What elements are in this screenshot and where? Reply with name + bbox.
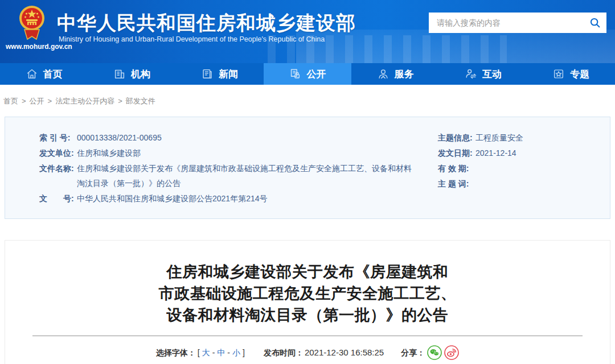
- nav-label: 新闻: [219, 68, 238, 81]
- nav-label: 服务: [395, 68, 414, 81]
- weibo-icon: [444, 345, 459, 360]
- weibo-share-button[interactable]: [444, 345, 459, 360]
- search-box: [429, 13, 606, 33]
- news-icon: [201, 68, 214, 80]
- font-size-medium-button[interactable]: 中: [217, 345, 225, 360]
- search-button[interactable]: [584, 13, 606, 33]
- article-title: 住房和城乡建设部关于发布《房屋建筑和 市政基础设施工程危及生产安全施工工艺、 设…: [5, 261, 610, 326]
- meta-label: 发文单位:: [39, 146, 77, 160]
- nav-item-special-topics[interactable]: 专题: [527, 63, 615, 85]
- bracket: [: [198, 345, 200, 360]
- nav-item-disclosure[interactable]: 公开: [264, 63, 351, 85]
- breadcrumb-statutory-content[interactable]: 法定主动公开内容: [55, 97, 114, 105]
- font-size-large-button[interactable]: 大: [202, 345, 210, 360]
- site-header: 中华人民共和国住房和城乡建设部 Ministry of Housing and …: [0, 0, 615, 63]
- meta-value: 住房和城乡建设部: [77, 146, 141, 160]
- meta-row-keywords: 主 题 词:: [438, 176, 523, 191]
- magnifier-icon: [589, 16, 601, 29]
- site-title: 中华人民共和国住房和城乡建设部: [57, 10, 356, 36]
- bracket: ]: [243, 345, 245, 360]
- nav-label: 互动: [482, 68, 502, 81]
- national-emblem-logo: [19, 5, 45, 42]
- publish-time-label: 发布时间：: [264, 345, 304, 360]
- font-size-small-button[interactable]: 小: [232, 345, 240, 360]
- meta-label: 文 号:: [39, 191, 77, 206]
- article-meta-row: 选择字体： [ 大 - 中 - 小 ] 发布时间： 2021-12-30 16:…: [5, 345, 610, 360]
- nav-item-home[interactable]: 首页: [0, 63, 88, 85]
- article-title-line: 住房和城乡建设部关于发布《房屋建筑和: [5, 261, 610, 283]
- breadcrumb-separator: >: [48, 97, 52, 105]
- meta-left-column: 索 引 号: 000013338/2021-00695 发文单位: 住房和城乡建…: [39, 130, 432, 206]
- breadcrumb-home[interactable]: 首页: [3, 97, 18, 105]
- wechat-share-button[interactable]: [427, 345, 442, 360]
- article-title-line: 设备和材料淘汰目录（第一批）》的公告: [5, 304, 610, 326]
- meta-row-issuing-unit: 发文单位: 住房和城乡建设部: [39, 146, 432, 160]
- nav-label: 机构: [131, 68, 150, 81]
- meta-row-issue-date: 发文日期: 2021-12-14: [438, 146, 523, 160]
- special-topics-icon: [552, 68, 565, 80]
- document-meta-panel: 索 引 号: 000013338/2021-00695 发文单位: 住房和城乡建…: [5, 117, 610, 219]
- breadcrumb-separator: >: [22, 97, 26, 105]
- title-divider: [32, 336, 583, 336]
- font-size-selector: 选择字体： [ 大 - 中 - 小 ]: [156, 345, 247, 360]
- nav-item-services[interactable]: 服务: [351, 63, 439, 85]
- nav-label: 公开: [306, 68, 326, 81]
- site-subtitle-en: Ministry of Housing and Urban-Rural Deve…: [59, 35, 325, 43]
- breadcrumb: 首页>公开>法定主动公开内容>部发文件: [0, 85, 615, 117]
- service-icon: [377, 68, 390, 80]
- meta-value: 中华人民共和国住房和城乡建设部公告2021年第214号: [77, 191, 268, 206]
- breadcrumb-disclosure[interactable]: 公开: [30, 97, 44, 105]
- nav-label: 首页: [43, 68, 63, 81]
- nav-label: 专题: [570, 68, 589, 81]
- meta-label: 有 效 期:: [438, 161, 475, 176]
- share-icons: [427, 345, 459, 360]
- wechat-icon: [427, 345, 442, 360]
- nav-item-organization[interactable]: 机构: [88, 63, 175, 85]
- font-selector-label: 选择字体：: [156, 345, 196, 360]
- separator: -: [212, 345, 215, 360]
- search-input[interactable]: [429, 13, 584, 33]
- separator: -: [227, 345, 230, 360]
- article-container: 住房和城乡建设部关于发布《房屋建筑和 市政基础设施工程危及生产安全施工工艺、 设…: [5, 240, 610, 364]
- meta-label: 发文日期:: [438, 146, 475, 160]
- meta-label: 文件名称:: [39, 161, 77, 191]
- meta-right-column: 主题信息: 工程质量安全 发文日期: 2021-12-14 有 效 期: 主 题…: [438, 130, 523, 192]
- disclosure-icon: [289, 68, 301, 80]
- meta-row-document-name: 文件名称: 住房和城乡建设部关于发布《房屋建筑和市政基础设施工程危及生产安全施工…: [39, 161, 432, 191]
- meta-label: 主 题 词:: [438, 176, 475, 191]
- organization-icon: [113, 68, 126, 80]
- site-url: www.mohurd.gov.cn: [6, 43, 72, 51]
- meta-value: 000013338/2021-00695: [77, 130, 162, 145]
- meta-label: 索 引 号:: [39, 130, 77, 145]
- meta-row-topic-info: 主题信息: 工程质量安全: [438, 130, 523, 145]
- meta-row-validity-period: 有 效 期:: [438, 161, 523, 176]
- main-nav: 首页 机构 新闻 公开 服务 互动: [0, 63, 615, 85]
- meta-value: 住房和城乡建设部关于发布《房屋建筑和市政基础设施工程危及生产安全施工工艺、设备和…: [77, 161, 419, 191]
- interaction-icon: [465, 68, 477, 80]
- meta-row-index-number: 索 引 号: 000013338/2021-00695: [39, 130, 432, 145]
- meta-value: 工程质量安全: [475, 130, 523, 145]
- publish-time-value: 2021-12-30 16:58:25: [305, 345, 384, 360]
- meta-row-document-number: 文 号: 中华人民共和国住房和城乡建设部公告2021年第214号: [39, 191, 432, 206]
- nav-item-interaction[interactable]: 互动: [439, 63, 527, 85]
- home-icon: [26, 68, 38, 80]
- meta-value: 2021-12-14: [475, 146, 516, 160]
- article-title-line: 市政基础设施工程危及生产安全施工工艺、: [5, 283, 610, 304]
- breadcrumb-separator: >: [118, 97, 122, 105]
- nav-item-news[interactable]: 新闻: [176, 63, 264, 85]
- meta-label: 主题信息:: [438, 130, 475, 145]
- share-label: 分享：: [401, 345, 425, 360]
- breadcrumb-ministry-documents[interactable]: 部发文件: [126, 97, 155, 105]
